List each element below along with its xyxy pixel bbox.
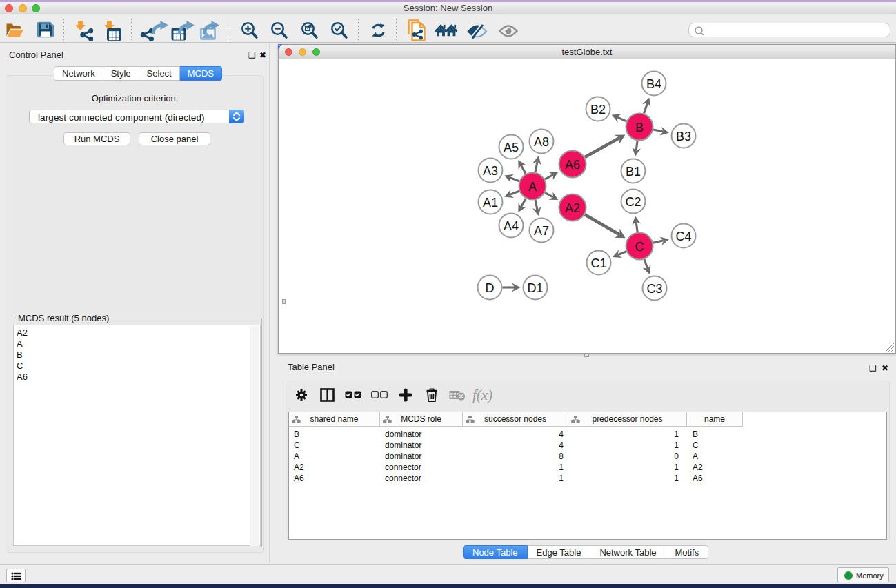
svg-text:A6: A6 [565,158,580,172]
svg-text:D: D [486,281,495,295]
svg-text:A3: A3 [483,164,498,178]
svg-text:B2: B2 [590,103,606,116]
svg-text:A8: A8 [534,135,549,149]
svg-text:A: A [528,180,537,194]
svg-text:C2: C2 [625,195,641,209]
svg-text:D1: D1 [527,281,543,295]
svg-text:A1: A1 [483,196,498,210]
svg-text:A4: A4 [504,219,519,233]
svg-text:C: C [635,240,644,254]
svg-text:C3: C3 [646,282,662,296]
svg-text:B4: B4 [646,77,661,91]
svg-text:C4: C4 [675,230,691,243]
svg-text:C1: C1 [590,256,606,270]
svg-text:B3: B3 [676,130,691,143]
svg-text:B: B [635,121,644,134]
svg-text:A2: A2 [565,201,580,215]
svg-text:A5: A5 [504,141,519,154]
svg-text:B1: B1 [626,165,641,179]
svg-text:A7: A7 [534,224,549,238]
